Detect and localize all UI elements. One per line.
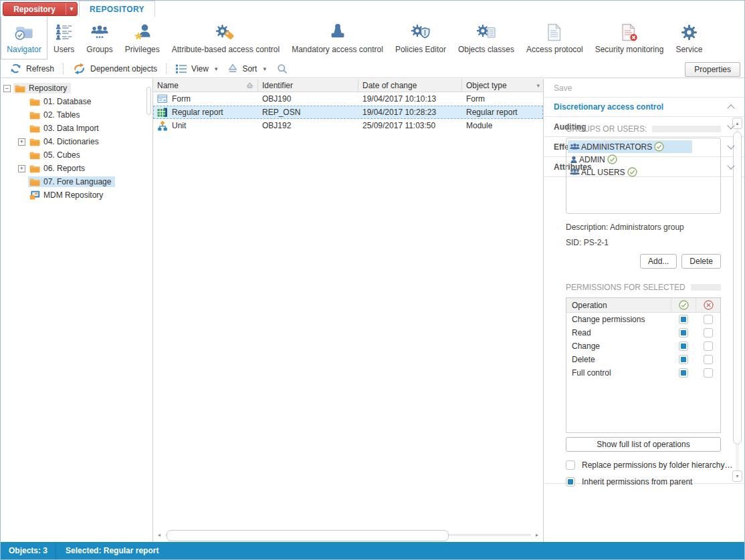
permission-label: Full control xyxy=(566,368,671,378)
cell-identifier: OBJ190 xyxy=(262,94,291,104)
view-button[interactable]: View ▾ xyxy=(171,62,223,76)
table-row[interactable]: Unit OBJ192 25/09/2017 11:03:50 Module xyxy=(153,119,543,132)
save-button-disabled[interactable]: Save xyxy=(544,79,744,98)
expand-icon[interactable]: + xyxy=(18,138,25,146)
ribbon-button-attribute-based-access-control[interactable]: Attribute-based access control xyxy=(166,17,286,59)
permissions-table: Operation Change permissions Read xyxy=(566,297,721,433)
vertical-scrollbar-thumb[interactable] xyxy=(733,132,742,444)
tree-item-fore-language[interactable]: 07. Fore Language xyxy=(1,175,152,188)
delete-button[interactable]: Delete xyxy=(681,254,721,269)
panel-vertical-scrollbar[interactable]: ▲ ▼ xyxy=(732,118,742,482)
horizontal-scrollbar[interactable]: ◂ ▸ xyxy=(154,529,542,541)
section-discretionary-access-control[interactable]: Discretionary access control xyxy=(544,98,744,117)
deny-checkbox[interactable] xyxy=(704,341,713,351)
cell-date: 19/04/2017 10:28:23 xyxy=(362,108,436,117)
document-error-icon xyxy=(621,20,638,44)
repository-menu-label: Repository xyxy=(3,5,66,14)
column-header-identifier[interactable]: Identifier xyxy=(258,79,358,92)
allow-checkbox[interactable] xyxy=(679,368,688,378)
allow-checkbox[interactable] xyxy=(679,341,688,351)
gear-shield-icon xyxy=(411,20,431,44)
refresh-button[interactable]: Refresh xyxy=(5,61,60,76)
deny-checkbox[interactable] xyxy=(704,368,713,378)
ribbon-button-navigator[interactable]: Navigator xyxy=(1,17,47,59)
ribbon-label: Mandatory access control xyxy=(292,45,383,54)
filter-dropdown-icon[interactable]: ▾ xyxy=(536,82,540,89)
list-item-admin[interactable]: ADMIN xyxy=(568,153,719,166)
column-label: Identifier xyxy=(262,81,293,90)
properties-button[interactable]: Properties xyxy=(685,62,740,77)
search-button[interactable] xyxy=(272,61,293,76)
ribbon-label: Objects classes xyxy=(458,45,514,54)
allow-checkbox[interactable] xyxy=(679,315,688,324)
ribbon-button-access-protocol[interactable]: Access protocol xyxy=(520,17,589,59)
sid-text: SID: PS-2-1 xyxy=(566,238,721,247)
ribbon-button-users[interactable]: Users xyxy=(47,17,80,59)
list-item-all-users[interactable]: ALL USERS xyxy=(568,166,719,178)
repository-menu-button[interactable]: Repository ▾ xyxy=(3,2,78,16)
table-row-selected[interactable]: Regular report REP_OSN 19/04/2017 10:28:… xyxy=(153,106,543,119)
list-item-administrators[interactable]: ADMINISTRATORS xyxy=(568,140,692,153)
toolbar-separator xyxy=(166,63,167,74)
deny-checkbox[interactable] xyxy=(704,328,713,337)
tree-item-mdm-repository[interactable]: MDM Repository xyxy=(1,188,152,202)
permission-row-read: Read xyxy=(566,326,720,339)
dependent-objects-button[interactable]: Dependent objects xyxy=(68,61,163,77)
chevron-down-icon[interactable]: ▾ xyxy=(66,3,77,15)
show-full-list-button[interactable]: Show full list of operations xyxy=(566,437,721,452)
folder-icon xyxy=(29,98,40,106)
tree-item-data-import[interactable]: 03. Data Import xyxy=(1,122,152,135)
column-header-object-type[interactable]: Object type ▾ xyxy=(462,79,544,92)
ribbon-button-objects-classes[interactable]: Objects classes xyxy=(452,17,520,59)
cell-type: Module xyxy=(466,121,492,130)
allow-checkbox[interactable] xyxy=(679,328,688,337)
inherit-permissions-checkbox[interactable] xyxy=(566,477,575,486)
tree-item-repository[interactable]: − Repository xyxy=(1,82,152,95)
cell-identifier: REP_OSN xyxy=(262,108,300,117)
tree-item-label: 02. Tables xyxy=(43,110,80,120)
gear-tag-icon xyxy=(215,20,235,44)
horizontal-scrollbar-thumb[interactable] xyxy=(167,530,449,541)
column-header-name[interactable]: Name xyxy=(153,79,258,92)
scroll-right-icon[interactable]: ▸ xyxy=(532,530,542,540)
replace-permissions-checkbox[interactable] xyxy=(566,460,575,470)
replace-permissions-label: Replace permissions by folder hierarchy… xyxy=(582,460,732,470)
deny-checkbox[interactable] xyxy=(704,355,713,364)
table-row[interactable]: Form OBJ190 19/04/2017 10:10:13 Form xyxy=(153,92,543,106)
expand-icon[interactable]: + xyxy=(18,165,25,172)
gear-icon xyxy=(681,20,698,44)
tree-item-database[interactable]: 01. Database xyxy=(1,95,152,108)
groups-users-listbox: ADMINISTRATORS ADMIN ALL USERS xyxy=(566,138,721,214)
collapse-icon[interactable]: − xyxy=(3,85,11,92)
ribbon-button-privileges[interactable]: Privileges xyxy=(119,17,166,59)
tree-item-tables[interactable]: 02. Tables xyxy=(1,108,152,122)
permission-row-change: Change xyxy=(566,339,720,353)
tab-repository[interactable]: REPOSITORY xyxy=(79,1,155,18)
save-label: Save xyxy=(554,84,572,93)
ribbon-button-policies-editor[interactable]: Policies Editor xyxy=(389,17,452,59)
scroll-up-icon[interactable]: ▲ xyxy=(732,118,742,129)
tab-repository-label: REPOSITORY xyxy=(90,5,144,14)
ribbon-button-service[interactable]: Service xyxy=(669,17,708,59)
search-icon xyxy=(277,63,288,74)
deny-checkbox[interactable] xyxy=(704,315,713,324)
tree-item-label: MDM Repository xyxy=(43,190,103,200)
add-button[interactable]: Add... xyxy=(640,254,677,269)
allow-checkbox[interactable] xyxy=(679,355,688,364)
ribbon-button-groups[interactable]: Groups xyxy=(80,17,118,59)
column-header-date-of-change[interactable]: Date of change xyxy=(358,79,462,92)
tree-item-reports[interactable]: + 06. Reports xyxy=(1,162,152,175)
scroll-down-icon[interactable]: ▼ xyxy=(732,470,742,482)
tree-item-label: Repository xyxy=(29,84,67,93)
tree-item-dictionaries[interactable]: + 04. Dictionaries xyxy=(1,135,152,148)
tree-scrollbar-thumb[interactable] xyxy=(146,87,151,115)
scroll-left-icon[interactable]: ◂ xyxy=(154,530,164,540)
table-header: Name Identifier Date of change Object ty… xyxy=(153,79,543,92)
permission-row-delete: Delete xyxy=(566,353,720,366)
sort-button[interactable]: Sort ▾ xyxy=(223,61,272,76)
folder-icon xyxy=(29,151,40,160)
groups-or-users-header: GROUPS OR USERS: xyxy=(566,124,721,134)
ribbon-button-security-monitoring[interactable]: Security monitoring xyxy=(589,17,670,59)
ribbon-button-mandatory-access-control[interactable]: Mandatory access control xyxy=(286,17,389,59)
tree-item-cubes[interactable]: 05. Cubes xyxy=(1,148,152,162)
